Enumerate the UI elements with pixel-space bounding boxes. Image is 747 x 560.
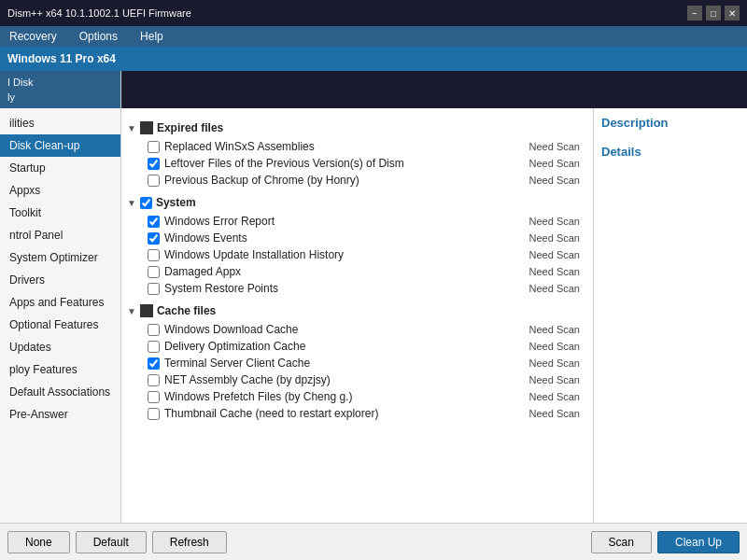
item-label: Windows Download Cache	[164, 323, 515, 336]
checklist-panel: ▼ Expired files Replaced WinSxS Assembli…	[121, 108, 593, 523]
expired-files-icon	[140, 121, 153, 134]
check-windows-error-report[interactable]	[148, 216, 160, 228]
none-button[interactable]: None	[7, 531, 70, 553]
menu-help[interactable]: Help	[134, 28, 169, 45]
check-net-assembly-cache[interactable]	[148, 374, 160, 386]
menu-bar: Recovery Options Help	[0, 26, 747, 47]
sidebar-item-pre-answer[interactable]: Pre-Answer	[0, 403, 120, 426]
menu-recovery[interactable]: Recovery	[4, 28, 63, 45]
os-label: Windows 11 Pro x64	[7, 52, 116, 65]
scan-button[interactable]: Scan	[591, 531, 652, 553]
list-item: System Restore Points Need Scan	[125, 280, 589, 297]
item-status: Need Scan	[520, 232, 585, 244]
sidebar-item-default-associations[interactable]: Default Associations	[0, 381, 120, 403]
group-cache-label: Cache files	[157, 304, 216, 317]
check-group-system[interactable]	[140, 197, 152, 209]
maximize-button[interactable]: □	[706, 6, 721, 21]
item-status: Need Scan	[520, 408, 585, 419]
item-status: Need Scan	[520, 141, 585, 152]
check-restore-points[interactable]	[148, 283, 160, 295]
group-expired-files: ▼ Expired files	[125, 118, 589, 138]
sidebar-item-apps-features[interactable]: Apps and Features	[0, 291, 120, 314]
item-status: Need Scan	[520, 249, 585, 260]
sidebar-item-appxs[interactable]: Appxs	[0, 179, 120, 202]
list-item: Windows Download Cache Need Scan	[125, 321, 589, 338]
item-label: Delivery Optimization Cache	[164, 340, 515, 353]
sidebar-item-disk-cleanup[interactable]: Disk Clean-up	[0, 134, 120, 157]
sidebar-item-updates[interactable]: Updates	[0, 336, 120, 358]
sidebar-item-startup[interactable]: Startup	[0, 157, 120, 179]
item-label: Windows Error Report	[164, 215, 515, 228]
item-status: Need Scan	[520, 357, 585, 369]
item-label: Replaced WinSxS Assemblies	[164, 140, 515, 153]
check-terminal-server-cache[interactable]	[148, 357, 160, 370]
sidebar-item-system-optimizer[interactable]: System Optimizer	[0, 246, 120, 269]
item-label: Thumbnail Cache (need to restart explore…	[164, 407, 515, 420]
list-item: Windows Update Installation History Need…	[125, 246, 589, 263]
item-status: Need Scan	[520, 374, 585, 385]
bottom-right-buttons: Scan Clean Up	[591, 531, 740, 553]
main-layout: I Disk ly ilities Disk Clean-up Startup …	[0, 71, 747, 523]
group-cache-files: ▼ Cache files	[125, 301, 589, 321]
list-item: Delivery Optimization Cache Need Scan	[125, 338, 589, 355]
group-system: ▼ System	[125, 192, 589, 213]
list-item: Previous Backup of Chrome (by Honry) Nee…	[125, 172, 589, 189]
check-update-history[interactable]	[148, 249, 160, 261]
minimize-button[interactable]: −	[687, 6, 702, 21]
item-label: System Restore Points	[164, 282, 515, 295]
list-item: Terminal Server Client Cache Need Scan	[125, 355, 589, 371]
collapse-icon-cache[interactable]: ▼	[127, 306, 136, 316]
sidebar-item-deploy-features[interactable]: ploy Features	[0, 358, 120, 381]
bottom-left-buttons: None Default Refresh	[7, 531, 227, 553]
description-panel: Description Details	[593, 108, 747, 523]
list-item: Windows Prefetch Files (by Cheng g.) Nee…	[125, 388, 589, 405]
list-item: Damaged Appx Need Scan	[125, 263, 589, 280]
item-label: Leftover Files of the Previous Version(s…	[164, 157, 515, 170]
item-status: Need Scan	[520, 175, 585, 186]
refresh-button[interactable]: Refresh	[152, 531, 227, 553]
sidebar-top-disk: I Disk	[7, 75, 113, 90]
check-replaced-winsxs[interactable]	[148, 141, 160, 153]
sidebar-item-control-panel[interactable]: ntrol Panel	[0, 224, 120, 246]
check-thumbnail-cache[interactable]	[148, 408, 160, 420]
item-label: NET Assembly Cache (by dpzjsy)	[164, 373, 515, 386]
check-leftover-dism[interactable]	[148, 158, 160, 170]
check-chrome-backup[interactable]	[148, 175, 160, 187]
collapse-icon-system[interactable]: ▼	[127, 198, 136, 208]
close-button[interactable]: ✕	[725, 6, 740, 21]
item-label: Windows Prefetch Files (by Cheng g.)	[164, 390, 515, 403]
check-windows-events[interactable]	[148, 232, 160, 245]
cleanup-button[interactable]: Clean Up	[657, 531, 740, 553]
list-item: Windows Error Report Need Scan	[125, 213, 589, 230]
list-item: Windows Events Need Scan	[125, 230, 589, 246]
default-button[interactable]: Default	[76, 531, 147, 553]
bottom-toolbar: None Default Refresh Scan Clean Up	[0, 523, 747, 560]
sidebar-item-drivers[interactable]: Drivers	[0, 269, 120, 291]
sub-header: Windows 11 Pro x64	[0, 47, 747, 71]
item-status: Need Scan	[520, 266, 585, 277]
content-area: ▼ Expired files Replaced WinSxS Assembli…	[121, 71, 747, 523]
item-label: Previous Backup of Chrome (by Honry)	[164, 174, 515, 187]
details-title: Details	[601, 145, 740, 159]
item-status: Need Scan	[520, 158, 585, 169]
list-item: Replaced WinSxS Assemblies Need Scan	[125, 138, 589, 155]
sidebar-item-optional-features[interactable]: Optional Features	[0, 314, 120, 336]
collapse-icon-expired[interactable]: ▼	[127, 123, 136, 133]
sidebar-section: ilities Disk Clean-up Startup Appxs Tool…	[0, 108, 120, 429]
item-label: Damaged Appx	[164, 265, 515, 278]
group-system-label: System	[156, 196, 196, 209]
check-delivery-opt-cache[interactable]	[148, 341, 160, 353]
menu-options[interactable]: Options	[74, 28, 123, 45]
sidebar-item-utilities[interactable]: ilities	[0, 112, 120, 134]
content-main: ▼ Expired files Replaced WinSxS Assembli…	[121, 108, 747, 523]
list-item: NET Assembly Cache (by dpzjsy) Need Scan	[125, 371, 589, 388]
check-prefetch-files[interactable]	[148, 391, 160, 403]
check-download-cache[interactable]	[148, 324, 160, 336]
item-label: Terminal Server Client Cache	[164, 357, 515, 370]
check-damaged-appx[interactable]	[148, 266, 160, 278]
cache-files-icon	[140, 304, 153, 317]
title-bar: Dism++ x64 10.1.1002.1 UEFI Firmware − □…	[0, 0, 747, 26]
sidebar-item-toolkit[interactable]: Toolkit	[0, 202, 120, 224]
item-status: Need Scan	[520, 341, 585, 352]
item-status: Need Scan	[520, 391, 585, 402]
